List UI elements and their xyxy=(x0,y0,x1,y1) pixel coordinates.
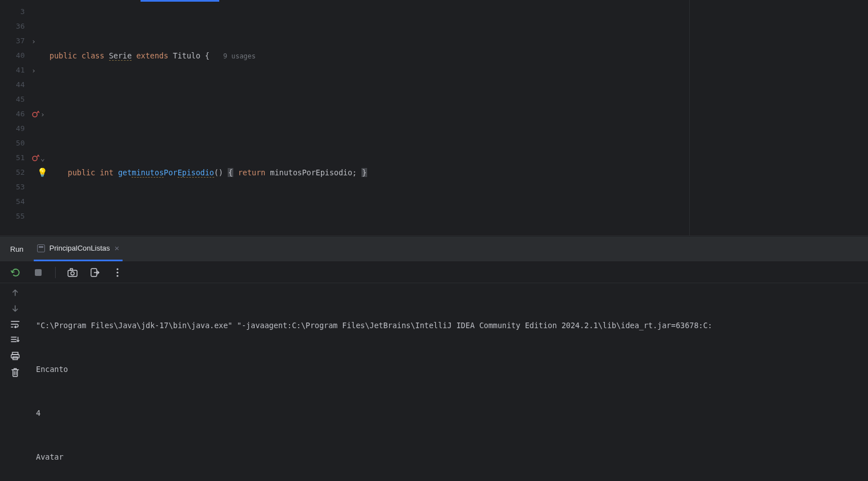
console-line: Avatar xyxy=(36,450,862,464)
line-number[interactable]: 44 xyxy=(0,78,25,92)
svg-point-7 xyxy=(116,268,118,270)
svg-rect-11 xyxy=(11,355,19,358)
code-editor[interactable]: 3 36 37 40 41 44 45 46 49 50 51 52 53 54… xyxy=(0,0,868,236)
svg-point-0 xyxy=(33,112,37,117)
line-number[interactable]: 40 xyxy=(0,48,25,63)
run-title: Run xyxy=(10,245,24,253)
line-number[interactable]: 52 xyxy=(0,165,25,180)
code-area[interactable]: public class Serie extends Titulo { 9 us… xyxy=(49,0,868,235)
console-line: "C:\Program Files\Java\jdk-17\bin\java.e… xyxy=(36,318,862,333)
line-number[interactable]: 54 xyxy=(0,194,25,209)
run-side-toolbar xyxy=(0,283,30,481)
code-line[interactable]: public int getminutosPorEpisodio() { ret… xyxy=(49,165,868,180)
line-number[interactable]: 49 xyxy=(0,121,25,136)
line-number[interactable]: 51 xyxy=(0,151,25,165)
fold-expanded-icon[interactable]: ⌄ xyxy=(40,154,45,162)
fold-collapsed-icon[interactable]: › xyxy=(31,66,36,75)
close-icon[interactable]: × xyxy=(115,243,120,253)
exit-icon[interactable] xyxy=(89,267,101,278)
line-number[interactable]: 41 xyxy=(0,63,25,78)
arrow-up-icon[interactable] xyxy=(11,289,19,297)
console-line: 4 xyxy=(36,406,862,420)
console-line: Encanto xyxy=(36,362,862,376)
code-line[interactable] xyxy=(49,224,868,236)
line-number[interactable]: 50 xyxy=(0,136,25,151)
console-output[interactable]: "C:\Program Files\Java\jdk-17\bin\java.e… xyxy=(30,283,868,481)
svg-rect-2 xyxy=(35,269,42,276)
separator xyxy=(55,267,56,278)
print-icon[interactable] xyxy=(11,352,20,360)
code-line[interactable] xyxy=(49,107,868,121)
run-toolbar xyxy=(0,262,868,283)
fold-collapsed-icon[interactable]: › xyxy=(31,37,36,46)
run-config-icon xyxy=(37,244,45,252)
more-icon[interactable] xyxy=(112,267,123,278)
svg-rect-3 xyxy=(68,270,77,276)
line-number[interactable]: 55 xyxy=(0,209,25,224)
svg-rect-5 xyxy=(70,269,73,270)
line-number-gutter[interactable]: 3 36 37 40 41 44 45 46 49 50 51 52 53 54… xyxy=(0,0,30,235)
svg-point-1 xyxy=(33,156,37,161)
run-body: "C:\Program Files\Java\jdk-17\bin\java.e… xyxy=(0,283,868,481)
line-number[interactable]: 45 xyxy=(0,92,25,107)
line-number[interactable]: 53 xyxy=(0,180,25,194)
run-tool-window-header: Run PrincipalConListas × xyxy=(0,236,868,262)
scroll-to-end-icon[interactable] xyxy=(11,336,20,344)
soft-wrap-icon[interactable] xyxy=(11,320,20,328)
run-tab-label: PrincipalConListas xyxy=(49,244,110,252)
svg-point-9 xyxy=(116,275,118,276)
bulb-icon[interactable]: 💡 xyxy=(31,167,48,178)
gutter-icons: › › › ⌄ 💡 xyxy=(30,0,49,235)
line-number[interactable]: 46 xyxy=(0,107,25,121)
arrow-down-icon[interactable] xyxy=(11,305,19,312)
svg-point-8 xyxy=(116,271,118,273)
override-up-icon[interactable] xyxy=(31,154,39,162)
override-up-icon[interactable] xyxy=(31,110,39,118)
usages-hint[interactable]: 9 usages xyxy=(223,52,256,60)
code-line[interactable]: public class Serie extends Titulo { 9 us… xyxy=(49,48,868,63)
line-number[interactable]: 3 xyxy=(0,4,25,19)
run-tab[interactable]: PrincipalConListas × xyxy=(34,237,123,261)
fold-collapsed-icon[interactable]: › xyxy=(40,110,45,119)
line-number[interactable]: 36 xyxy=(0,19,25,34)
line-number[interactable]: 37 xyxy=(0,34,25,48)
svg-point-4 xyxy=(71,271,74,275)
rerun-icon[interactable] xyxy=(10,267,21,278)
stop-icon[interactable] xyxy=(33,267,44,278)
trash-icon[interactable] xyxy=(11,368,19,377)
camera-icon[interactable] xyxy=(67,267,78,278)
